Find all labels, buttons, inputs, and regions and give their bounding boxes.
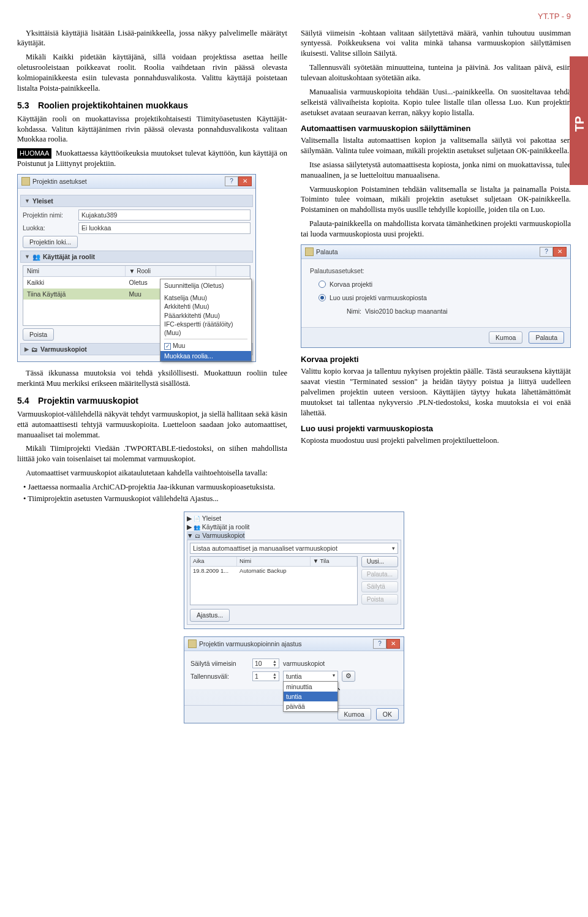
app-icon [188, 640, 197, 648]
bullet-list: Jaettaessa normaalia ArchiCAD-projektia … [17, 482, 287, 504]
dropdown-value: Listaa automaattiset ja manuaaliset varm… [193, 544, 337, 553]
filter-dropdown[interactable]: Listaa automaattiset ja manuaaliset varm… [190, 543, 398, 554]
window-title: Projektin varmuuskopioinnin ajastus [199, 640, 302, 648]
chevron-down-icon: ▾ [392, 545, 395, 552]
column-header-name[interactable]: Nimi [23, 266, 126, 277]
group-header-users[interactable]: ▼ 👥 Käyttäjät ja roolit [20, 251, 253, 263]
note-paragraph: HUOMAA Muokattaessa käyttöoikeuksia muut… [17, 148, 287, 169]
cancel-button[interactable]: Kumoa [337, 708, 371, 720]
radio-option-new[interactable]: Luo uusi projekti varmuuskopiosta [318, 293, 562, 302]
group-label: Varmuuskopiot [40, 345, 87, 353]
spinner-value: 1 [255, 672, 258, 681]
window-title: Projektin asetukset [32, 177, 87, 186]
column-header-role[interactable]: ▼ Rooli [126, 266, 216, 277]
radio-label: Luo uusi projekti varmuuskopiosta [330, 293, 427, 302]
disclosure-triangle-icon: ▼ [24, 253, 30, 260]
group-label: Palautusasetukset: [310, 266, 562, 275]
spinner-value: 10 [255, 659, 262, 668]
paragraph: Automaattiset varmuuskopiot aikataulutet… [17, 468, 287, 478]
class-field[interactable]: Ei luokkaa [78, 222, 251, 233]
app-icon [305, 247, 314, 256]
restore-button[interactable]: Palauta [529, 331, 564, 344]
keep-last-spinner[interactable]: 10 ▲▼ [252, 659, 279, 668]
role-context-menu[interactable]: Suunnittelija (Oletus) Katselija (Muu) A… [160, 279, 252, 361]
help-button[interactable]: ? [540, 247, 553, 257]
restore-backup-button[interactable]: Palauta... [361, 569, 398, 580]
list-item: Tiimiprojektin asetusten Varmuuskopiot v… [23, 494, 287, 504]
chevron-down-icon: ▾ [333, 673, 335, 679]
section-heading-5-3: 5.3 Roolien projektikohtainen muokkaus [17, 100, 287, 111]
close-button[interactable]: ✕ [553, 247, 567, 257]
settings-gear-button[interactable]: ⚙ [342, 671, 355, 682]
interval-spinner[interactable]: 1 ▲▼ [252, 671, 279, 681]
table-cell[interactable]: 19.8.2009 1... [190, 567, 237, 576]
subheading: Luo uusi projekti varmuuskopiosta [301, 423, 571, 434]
table-cell[interactable]: Automatic Backup [237, 567, 311, 576]
paragraph: Varmuuskopion Poistaminen tehdään valits… [301, 184, 571, 216]
delete-backup-button[interactable]: Poista [361, 594, 398, 605]
project-name-field[interactable]: Kujakatu389 [78, 209, 251, 221]
table-row[interactable]: Kaikki [23, 277, 126, 288]
group-label: Käyttäjät ja roolit [43, 252, 95, 261]
screenshot-project-settings: Projektin asetukset ? ✕ ▼ Yleiset Projek… [17, 174, 256, 362]
keep-backup-button[interactable]: Säilytä [361, 581, 398, 592]
paragraph: Yksittäisiä käyttäjiä lisätään Lisää-pai… [17, 28, 287, 49]
subheading: Automaattisen varmuuskopion säilyttämine… [301, 123, 571, 134]
paragraph: Valitsemalla listalta automaattisen kopi… [301, 135, 571, 156]
cancel-button[interactable]: Kumoa [489, 331, 522, 344]
paragraph: Varmuuskopiot-välilehdellä näkyvät tehdy… [17, 409, 287, 440]
people-icon: 👥 [32, 252, 40, 261]
group-label: Yleiset [32, 197, 53, 205]
spinner-arrows-icon: ▲▼ [273, 660, 277, 667]
tab-users[interactable]: ▶ 👥 Käyttäjät ja roolit [187, 523, 249, 531]
col-state[interactable]: ▼ Tila [311, 557, 357, 566]
table-row[interactable]: Tiina Käyttäjä [23, 289, 126, 300]
paragraph: Mikäli Tiimiprojekti Viedään .TWPORTABLE… [17, 443, 287, 464]
select-option[interactable]: päivää [284, 701, 337, 711]
keep-last-suffix: varmuuskopiot [283, 659, 325, 668]
ok-button[interactable]: OK [376, 708, 399, 720]
select-value: tuntia [286, 672, 302, 681]
col-name[interactable]: Nimi [237, 557, 311, 566]
titlebar: Projektin varmuuskopioinnin ajastus ? ✕ [184, 637, 404, 651]
menu-item[interactable]: Muu [164, 341, 247, 350]
select-option[interactable]: minuuttia [284, 682, 337, 692]
menu-item[interactable]: Pääarkkitehti (Muu) [164, 311, 247, 320]
class-label: Luokka: [23, 224, 75, 232]
radio-icon [318, 281, 326, 288]
select-option[interactable]: tuntia [284, 692, 337, 701]
help-button[interactable]: ? [225, 176, 238, 186]
tab-general[interactable]: ▶ 📄 Yleiset [187, 514, 221, 523]
backup-icon: 🗂 [31, 345, 38, 353]
screenshot-backups-panel: ▶ 📄 Yleiset ▶ 👥 Käyttäjät ja roolit ▼ 🗂 … [184, 511, 404, 629]
interval-label: Tallennusväli: [190, 672, 249, 681]
remove-button[interactable]: Poista [23, 328, 54, 341]
group-header-general[interactable]: ▼ Yleiset [20, 195, 253, 207]
col-time[interactable]: Aika [190, 557, 237, 566]
screenshot-schedule-dialog: Projektin varmuuskopioinnin ajastus ? ✕ … [184, 636, 404, 724]
radio-option-replace[interactable]: Korvaa projekti [318, 280, 562, 289]
gear-icon: ⚙ [345, 671, 352, 681]
name-field[interactable]: Visio2010 backup maanantai [365, 307, 562, 315]
menu-item[interactable]: IFC-ekspertti (räätälöity) (Muu) [164, 320, 247, 337]
paragraph: Käyttäjän rooli on muokattavissa projekt… [17, 114, 287, 145]
paragraph: Manuaalisia varmuuskopioita tehdään Uusi… [301, 87, 571, 118]
close-button[interactable]: ✕ [238, 176, 252, 186]
menu-item[interactable]: Suunnittelija (Oletus) [164, 281, 247, 290]
paragraph: Tallennusväli syötetään minuutteina, tun… [301, 62, 571, 83]
note-text: Muokattaessa käyttöoikeuksia muutokset t… [17, 149, 287, 168]
menu-item-edit-role[interactable]: Muokkaa roolia... [160, 351, 251, 361]
checkmark-icon [164, 343, 171, 350]
close-button[interactable]: ✕ [386, 639, 400, 649]
menu-item[interactable]: Arkkitehti (Muu) [164, 302, 247, 311]
menu-item[interactable]: Katselija (Muu) [164, 293, 247, 302]
schedule-button[interactable]: Ajastus... [190, 609, 230, 621]
disclosure-triangle-icon: ▼ [24, 197, 30, 205]
new-backup-button[interactable]: Uusi... [361, 556, 398, 567]
paragraph: Säilytä viimeisin -kohtaan valitaan säil… [301, 28, 571, 59]
tab-backups[interactable]: ▼ 🗂 Varmuuskopiot [187, 531, 245, 540]
project-log-button[interactable]: Projektin loki... [23, 236, 78, 248]
interval-unit-select[interactable]: tuntia ▾ minuuttia tuntia päivää [283, 671, 338, 682]
help-button[interactable]: ? [373, 639, 386, 649]
paragraph: Itse asiassa säilytetystä automaattisest… [301, 160, 571, 181]
